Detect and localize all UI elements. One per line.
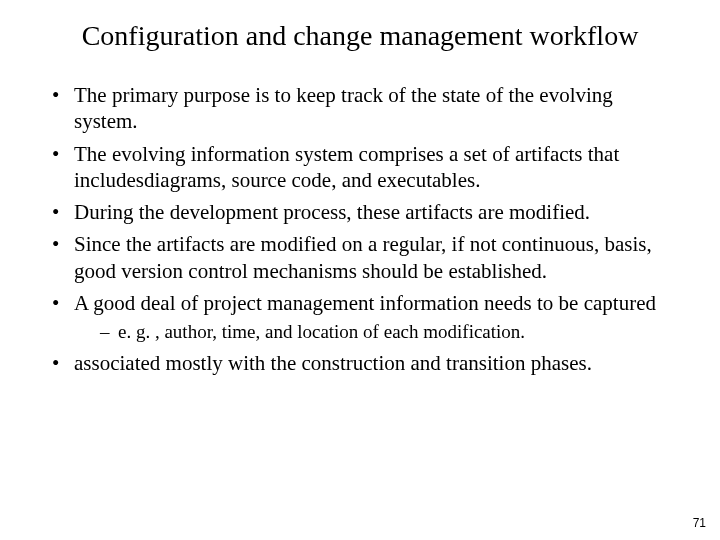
slide-title: Configuration and change management work… (40, 20, 680, 52)
list-item: During the development process, these ar… (52, 199, 680, 225)
bullet-text: A good deal of project management inform… (74, 291, 656, 315)
bullet-text: The evolving information system comprise… (74, 142, 619, 192)
sub-bullet-list: e. g. , author, time, and location of ea… (74, 320, 680, 344)
bullet-text: associated mostly with the construction … (74, 351, 592, 375)
bullet-list: The primary purpose is to keep track of … (40, 82, 680, 376)
list-item: A good deal of project management inform… (52, 290, 680, 344)
bullet-text: Since the artifacts are modified on a re… (74, 232, 652, 282)
page-number: 71 (693, 516, 706, 530)
slide: Configuration and change management work… (0, 0, 720, 540)
list-item: associated mostly with the construction … (52, 350, 680, 376)
list-item: The primary purpose is to keep track of … (52, 82, 680, 135)
bullet-text: The primary purpose is to keep track of … (74, 83, 613, 133)
list-item: e. g. , author, time, and location of ea… (100, 320, 680, 344)
list-item: Since the artifacts are modified on a re… (52, 231, 680, 284)
list-item: The evolving information system comprise… (52, 141, 680, 194)
bullet-text: e. g. , author, time, and location of ea… (118, 321, 525, 342)
bullet-text: During the development process, these ar… (74, 200, 590, 224)
